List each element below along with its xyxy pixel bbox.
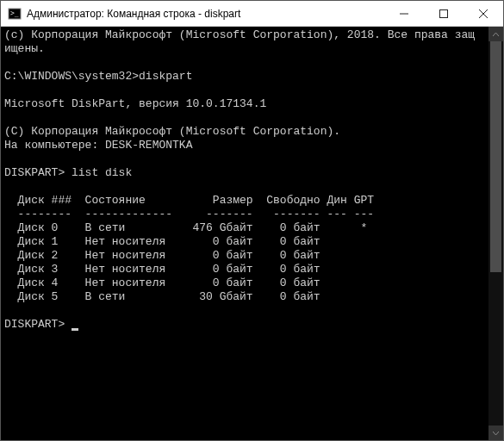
scroll-down-arrow[interactable] [488,425,503,440]
terminal-line: DISKPART> list disk [4,166,488,180]
window-title: Администратор: Командная строка - diskpa… [27,8,384,20]
terminal-prompt[interactable]: DISKPART> [4,318,488,332]
terminal-line [4,152,488,166]
cmd-icon: >_ [8,7,22,21]
terminal-body: (с) Корпорация Майкрософт (Microsoft Cor… [1,27,503,440]
terminal-line [4,84,488,97]
terminal-line: Диск 1 Нет носителя 0 байт 0 байт [4,235,488,249]
cmd-window: >_ Администратор: Командная строка - dis… [0,0,504,441]
terminal-line: Диск 4 Нет носителя 0 байт 0 байт [4,276,488,290]
terminal-line: (C) Корпорация Майкрософт (Microsoft Cor… [4,125,488,139]
terminal-line [4,111,488,125]
svg-text:>_: >_ [10,9,19,17]
chevron-up-icon [493,33,499,36]
terminal-line: Диск 0 В сети 476 Gбайт 0 байт * [4,221,488,235]
terminal-line: C:\WINDOWS\system32>diskpart [4,70,488,84]
close-button[interactable] [464,1,503,26]
prompt-text: DISKPART> [4,318,72,331]
svg-rect-3 [440,9,448,17]
window-controls [384,1,503,26]
cursor [72,328,78,331]
terminal-line [4,56,488,70]
terminal-line: ищены. [4,42,488,56]
minimize-button[interactable] [384,1,424,26]
terminal-output[interactable]: (с) Корпорация Майкрософт (Microsoft Cor… [1,27,488,440]
terminal-line [4,180,488,194]
terminal-line: На компьютере: DESK-REMONTKA [4,139,488,152]
terminal-line: -------- ------------- ------- ------- -… [4,208,488,221]
titlebar[interactable]: >_ Администратор: Командная строка - dis… [1,1,503,27]
terminal-line [4,304,488,318]
scrollbar[interactable] [488,27,503,440]
terminal-line: Диск 2 Нет носителя 0 байт 0 байт [4,249,488,263]
maximize-icon [439,9,448,18]
terminal-line: Диск ### Состояние Размер Свободно Дин G… [4,194,488,208]
terminal-line: (с) Корпорация Майкрософт (Microsoft Cor… [4,28,488,42]
terminal-line: Диск 5 В сети 30 Gбайт 0 байт [4,290,488,304]
scroll-up-arrow[interactable] [488,27,503,41]
terminal-line: Диск 3 Нет носителя 0 байт 0 байт [4,263,488,276]
maximize-button[interactable] [424,1,464,26]
chevron-down-icon [493,432,499,435]
minimize-icon [400,9,408,18]
scroll-thumb[interactable] [490,41,501,272]
close-icon [479,9,488,18]
terminal-line: Microsoft DiskPart, версия 10.0.17134.1 [4,97,488,111]
scroll-track[interactable] [488,41,503,425]
